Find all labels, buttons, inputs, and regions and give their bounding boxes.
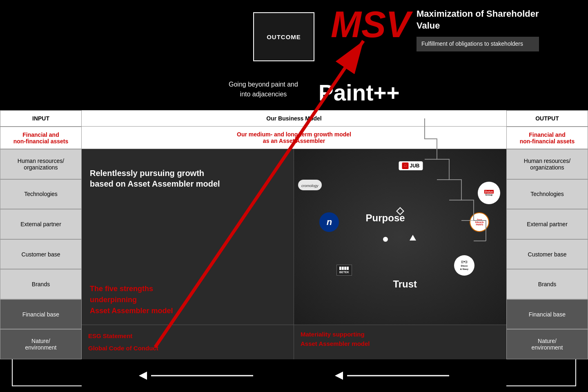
triangle-shape: [410, 235, 416, 241]
left-column: INPUT Financial and non-financial assets…: [0, 110, 82, 359]
left-item-brands: Brands: [0, 269, 82, 299]
right-item-human: Human resources/ organizations: [506, 149, 588, 179]
circle-dot: [383, 237, 388, 242]
five-strengths-text: The five strengths underpinning Asset As…: [90, 283, 285, 316]
input-header: INPUT: [0, 110, 82, 127]
center-bottom-row: ESG Statement Global Code of Conduct Mat…: [82, 325, 506, 359]
nippon-logo: n: [319, 212, 339, 232]
svg-marker-10: [335, 372, 343, 380]
trust-label: Trust: [393, 278, 417, 290]
dulux-logo: Dulux Group: [478, 182, 500, 204]
left-item-tech: Technologies: [0, 179, 82, 209]
going-beyond-text: Going beyond paint and into adjacencies: [229, 80, 298, 99]
right-item-customer: Customer base: [506, 239, 588, 270]
right-item-external: External partner: [506, 209, 588, 239]
left-item-financial: Financial base: [0, 299, 82, 330]
right-subheader: Financial and non-financial assets: [506, 127, 588, 149]
left-item-human: Human resources/ organizations: [0, 149, 82, 179]
fulfillment-box: Fulfillment of obligations to stakeholde…: [416, 37, 539, 51]
right-item-brands: Brands: [506, 269, 588, 299]
fulfillment-text: Fulfillment of obligations to stakeholde…: [421, 40, 523, 47]
bottom-arrows-section: [0, 359, 588, 392]
top-section: OUTCOME MSV Maximization of Shareholder …: [0, 0, 588, 114]
right-item-financial: Financial base: [506, 299, 588, 330]
materiality-section: Materiality supporting Asset Assembler m…: [294, 325, 506, 359]
outcome-label: OUTCOME: [267, 33, 301, 40]
betek-logo: BETEK: [336, 265, 352, 276]
disco-logo: ((●)) Disco & Navy: [454, 255, 474, 276]
right-item-tech: Technologies: [506, 179, 588, 209]
center-right-content: □ JUB Dulux Group: [294, 149, 506, 325]
esg-text: ESG Statement Global Code of Conduct: [88, 330, 287, 354]
materiality-text: Materiality supporting Asset Assembler m…: [301, 330, 500, 348]
right-feedback-arrow: [335, 368, 449, 384]
left-item-customer: Customer base: [0, 239, 82, 270]
output-header: OUTPUT: [506, 110, 588, 127]
cromology-logo: cromology: [298, 180, 322, 190]
dana-logo: DanaEdwardsPAINTS: [470, 212, 489, 232]
business-model-header: Our Business Model: [82, 110, 506, 127]
jub-logo: □ JUB: [399, 161, 423, 170]
right-item-nature: Nature/ environment: [506, 329, 588, 359]
esg-section: ESG Statement Global Code of Conduct: [82, 325, 294, 359]
center-content-area: Relentlessly pursuing growth based on As…: [82, 149, 506, 325]
left-item-external: External partner: [0, 209, 82, 239]
purpose-label: Purpose: [366, 212, 405, 224]
msv-subtitle: Maximization of Shareholder Value: [416, 8, 539, 31]
svg-marker-8: [139, 372, 147, 380]
growth-model-subheader: Our medium- and long-term growth model a…: [82, 127, 506, 149]
msv-title: Maximization of Shareholder Value: [416, 8, 539, 31]
left-feedback-arrow: [139, 368, 253, 384]
center-column: Our Business Model Our medium- and long-…: [82, 110, 506, 359]
msv-text: MSV: [331, 6, 410, 43]
right-column: OUTPUT Financial and non-financial asset…: [506, 110, 588, 359]
paint-plus-text: Paint++: [318, 80, 400, 106]
outcome-box: OUTCOME: [253, 12, 314, 61]
relentlessly-text: Relentlessly pursuing growth based on As…: [90, 157, 285, 189]
center-left-content: Relentlessly pursuing growth based on As…: [82, 149, 294, 325]
left-subheader: Financial and non-financial assets: [0, 127, 82, 149]
brands-diagram: □ JUB Dulux Group: [294, 149, 506, 325]
main-grid: INPUT Financial and non-financial assets…: [0, 110, 588, 359]
left-item-nature: Nature/ environment: [0, 329, 82, 359]
